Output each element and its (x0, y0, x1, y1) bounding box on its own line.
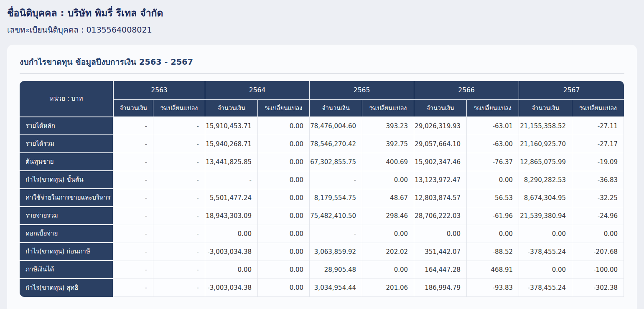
amount-cell-2563-row6: - (114, 225, 153, 243)
amount-cell-2565-row1: 78,546,270.42 (310, 135, 362, 153)
change-cell-2564-row4: 0.00 (258, 189, 310, 207)
financial-statement-card: งบกำไรขาดทุน ข้อมูลปีงบการเงิน 2563 - 25… (7, 45, 637, 309)
change-subheader-2566: %เปลี่ยนแปลง (467, 100, 519, 117)
change-subheader-2564: %เปลี่ยนแปลง (258, 100, 310, 117)
amount-cell-2566-row9: 186,994.79 (414, 279, 467, 297)
amount-cell-2566-row5: 28,706,222.03 (414, 207, 467, 225)
change-cell-2567-row4: -32.25 (572, 189, 624, 207)
change-subheader-2565: %เปลี่ยนแปลง (362, 100, 414, 117)
amount-cell-2563-row3: - (114, 171, 153, 189)
change-cell-2566-row1: -63.00 (467, 135, 519, 153)
table-row: กำไร(ขาดทุน) ขั้นต้น---0.00-0.0013,123,9… (20, 171, 624, 189)
change-cell-2565-row8: 0.00 (362, 261, 414, 279)
amount-cell-2567-row8: 0.00 (519, 261, 572, 279)
change-cell-2565-row1: 392.75 (362, 135, 414, 153)
amount-cell-2565-row3: - (310, 171, 362, 189)
table-row: ต้นทุนขาย--13,441,825.850.0067,302,855.7… (20, 153, 624, 171)
amount-cell-2565-row4: 8,179,554.75 (310, 189, 362, 207)
amount-cell-2563-row9: - (114, 279, 153, 297)
change-cell-2563-row5: - (153, 207, 205, 225)
table-row: กำไร(ขาดทุน) สุทธิ---3,003,034.380.003,0… (20, 279, 624, 297)
change-cell-2567-row8: -100.00 (572, 261, 624, 279)
year-header-2567: 2567 (519, 81, 624, 100)
company-name: ชื่อนิติบุคคล : บริษัท พิมรี่ รีเทล จำกั… (7, 7, 644, 20)
change-cell-2567-row9: -302.38 (572, 279, 624, 297)
amount-cell-2566-row0: 29,026,319.93 (414, 117, 467, 135)
change-cell-2567-row7: -207.68 (572, 243, 624, 261)
row-label-7: กำไร(ขาดทุน) ก่อนภาษี (20, 243, 114, 261)
amount-cell-2564-row8: 0.00 (205, 261, 258, 279)
change-subheader-2563: %เปลี่ยนแปลง (153, 100, 205, 117)
amount-cell-2566-row1: 29,057,664.10 (414, 135, 467, 153)
amount-cell-2567-row9: -378,455.24 (519, 279, 572, 297)
card-title: งบกำไรขาดทุน ข้อมูลปีงบการเงิน 2563 - 25… (20, 56, 624, 68)
amount-subheader-2565: จำนวนเงิน (310, 100, 362, 117)
change-cell-2566-row5: -61.96 (467, 207, 519, 225)
change-cell-2564-row8: 0.00 (258, 261, 310, 279)
amount-cell-2565-row2: 67,302,855.75 (310, 153, 362, 171)
amount-cell-2563-row7: - (114, 243, 153, 261)
year-header-2565: 2565 (310, 81, 414, 100)
change-cell-2563-row3: - (153, 171, 205, 189)
change-cell-2565-row7: 202.02 (362, 243, 414, 261)
registration-number: เลขทะเบียนนิติบุคคล : 0135564008021 (7, 23, 644, 36)
change-cell-2566-row7: -88.52 (467, 243, 519, 261)
row-label-5: รายจ่ายรวม (20, 207, 114, 225)
amount-cell-2564-row6: 0.00 (205, 225, 258, 243)
change-cell-2567-row2: -19.09 (572, 153, 624, 171)
change-cell-2566-row9: -93.83 (467, 279, 519, 297)
amount-cell-2563-row4: - (114, 189, 153, 207)
change-cell-2563-row8: - (153, 261, 205, 279)
change-cell-2563-row6: - (153, 225, 205, 243)
change-cell-2563-row7: - (153, 243, 205, 261)
change-cell-2566-row3: 0.00 (467, 171, 519, 189)
amount-cell-2567-row0: 21,155,358.52 (519, 117, 572, 135)
amount-cell-2563-row1: - (114, 135, 153, 153)
change-cell-2567-row5: -24.96 (572, 207, 624, 225)
change-cell-2564-row6: 0.00 (258, 225, 310, 243)
amount-cell-2566-row7: 351,442.07 (414, 243, 467, 261)
amount-subheader-2564: จำนวนเงิน (205, 100, 258, 117)
change-cell-2565-row6: 0.00 (362, 225, 414, 243)
change-cell-2563-row2: - (153, 153, 205, 171)
amount-cell-2564-row0: 15,910,453.71 (205, 117, 258, 135)
row-label-6: ดอกเบี้ยจ่าย (20, 225, 114, 243)
amount-cell-2563-row8: - (114, 261, 153, 279)
amount-cell-2565-row5: 75,482,410.50 (310, 207, 362, 225)
change-cell-2564-row0: 0.00 (258, 117, 310, 135)
row-label-3: กำไร(ขาดทุน) ขั้นต้น (20, 171, 114, 189)
amount-cell-2567-row5: 21,539,380.94 (519, 207, 572, 225)
table-row: รายได้รวม--15,940,268.710.0078,546,270.4… (20, 135, 624, 153)
change-cell-2567-row0: -27.11 (572, 117, 624, 135)
change-cell-2564-row5: 0.00 (258, 207, 310, 225)
table-row: กำไร(ขาดทุน) ก่อนภาษี---3,003,034.380.00… (20, 243, 624, 261)
amount-cell-2564-row1: 15,940,268.71 (205, 135, 258, 153)
amount-subheader-2567: จำนวนเงิน (519, 100, 572, 117)
change-cell-2567-row3: -36.83 (572, 171, 624, 189)
change-cell-2566-row6: 0.00 (467, 225, 519, 243)
amount-cell-2564-row7: -3,003,034.38 (205, 243, 258, 261)
row-label-1: รายได้รวม (20, 135, 114, 153)
amount-cell-2565-row8: 28,905.48 (310, 261, 362, 279)
amount-cell-2567-row4: 8,674,304.95 (519, 189, 572, 207)
change-cell-2564-row9: 0.00 (258, 279, 310, 297)
amount-cell-2566-row6: 0.00 (414, 225, 467, 243)
change-cell-2566-row4: 56.53 (467, 189, 519, 207)
amount-cell-2565-row7: 3,063,859.92 (310, 243, 362, 261)
change-cell-2563-row9: - (153, 279, 205, 297)
amount-cell-2567-row6: 0.00 (519, 225, 572, 243)
change-cell-2566-row8: 468.91 (467, 261, 519, 279)
change-cell-2567-row1: -27.17 (572, 135, 624, 153)
change-cell-2563-row1: - (153, 135, 205, 153)
change-cell-2563-row0: - (153, 117, 205, 135)
change-cell-2563-row4: - (153, 189, 205, 207)
change-cell-2565-row3: 0.00 (362, 171, 414, 189)
amount-cell-2567-row3: 8,290,282.53 (519, 171, 572, 189)
table-row: ภาษีเงินได้--0.000.0028,905.480.00164,44… (20, 261, 624, 279)
amount-cell-2564-row3: - (205, 171, 258, 189)
amount-cell-2566-row4: 12,803,874.57 (414, 189, 467, 207)
amount-cell-2566-row2: 15,902,347.46 (414, 153, 467, 171)
table-row: ดอกเบี้ยจ่าย--0.000.00-0.000.000.000.000… (20, 225, 624, 243)
amount-cell-2564-row5: 18,943,303.09 (205, 207, 258, 225)
amount-cell-2567-row2: 12,865,075.99 (519, 153, 572, 171)
